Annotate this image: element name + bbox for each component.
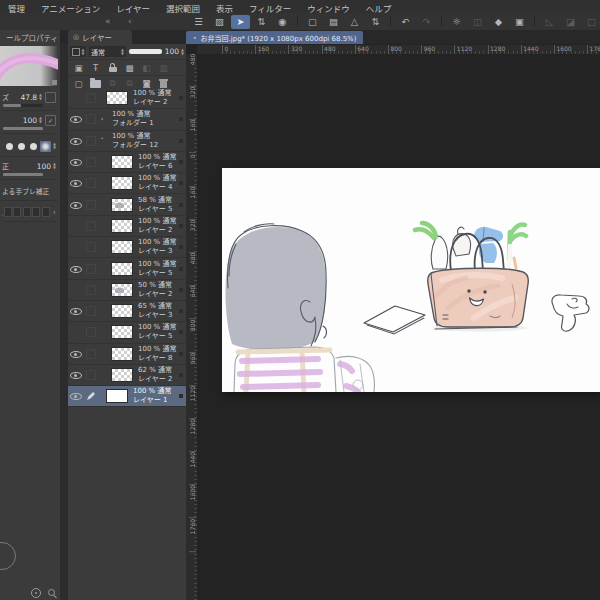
layer-thumbnail[interactable] [111,155,133,169]
layer-edit-cell[interactable] [83,306,98,316]
document-tab[interactable]: • お弁当回.jpg* (1920 x 1080px 600dpi 68.5%) [186,31,363,44]
layer-row[interactable]: ˇ 100 % 通常 フォルダー 12 [68,131,186,152]
speed-stabilization-label[interactable]: よる手ブレ補正 [0,180,58,201]
layer-row[interactable]: 100 % 通常 レイヤー 2 [68,216,186,237]
draft-layer-icon[interactable]: ◧ [138,61,155,74]
layer-row[interactable]: 65 % 通常 レイヤー 3 [68,301,186,322]
layer-thumbnail[interactable] [111,176,133,190]
layer-option-dot[interactable] [179,245,183,249]
layer-name[interactable]: レイヤー 5 [138,269,179,278]
layer-name[interactable]: フォルダー 12 [112,141,179,150]
layer-option-dot[interactable] [179,181,183,185]
expand-chevron-icon[interactable]: › [53,208,56,217]
layer-option-dot[interactable] [179,373,183,377]
layer-name[interactable]: フォルダー 1 [112,119,179,128]
snap-ruler-icon[interactable]: ◺ [540,15,559,29]
brush-size-slider[interactable] [3,104,43,107]
save-icon[interactable]: △ [345,15,364,29]
aa-stepper[interactable] [53,142,56,149]
layer-name[interactable]: レイヤー 1 [133,396,177,405]
layer-edit-cell[interactable] [83,391,98,401]
layer-visibility-toggle[interactable] [68,114,83,124]
layer-name[interactable]: レイヤー 3 [138,247,179,256]
layer-name[interactable]: レイヤー 6 [138,162,179,171]
layer-row[interactable]: 100 % 通常 レイヤー 5 [68,322,186,343]
layer-row[interactable]: 100 % 通常 レイヤー 4 [68,173,186,194]
collapse-panel-icon[interactable]: « [105,16,111,26]
layer-visibility-toggle[interactable] [68,264,83,274]
layer-visibility-toggle[interactable] [68,370,83,380]
in-out-chip[interactable] [32,207,40,217]
blend-mode-select[interactable]: 通常 [89,46,126,57]
layer-option-dot[interactable] [179,139,183,143]
layer-name[interactable]: レイヤー 2 [133,98,179,107]
tab-tool-property[interactable]: ールプロパティ [0,30,60,44]
layer-visibility-toggle[interactable] [68,391,83,401]
layer-name[interactable]: レイヤー 5 [138,332,179,341]
layer-row[interactable]: 100 % 通常 レイヤー 2 [68,88,186,109]
layer-thumbnail[interactable] [111,262,133,276]
layer-visibility-toggle[interactable] [68,178,83,188]
reference-layer-icon[interactable]: Ŧ [87,61,104,74]
layer-row[interactable]: 58 % 通常 レイヤー 5 [68,194,186,215]
layer-option-dot[interactable] [179,267,183,271]
layer-name[interactable]: レイヤー 5 [138,205,179,214]
snap-grid-icon[interactable]: □ [582,15,600,29]
layer-option-dot[interactable] [179,309,183,313]
layer-visibility-toggle[interactable] [68,306,83,316]
layer-edit-cell[interactable] [83,264,98,274]
layer-option-dot[interactable] [179,288,183,292]
layer-edit-cell[interactable] [83,93,98,103]
layer-search-chip[interactable] [70,46,86,57]
fill-icon[interactable]: ◆ [489,15,508,29]
brush-size-value[interactable]: 47.8 [20,93,37,102]
layer-edit-cell[interactable] [83,157,98,167]
layer-option-dot[interactable] [179,96,183,100]
preview-resize-handle[interactable] [52,80,57,85]
layer-visibility-toggle[interactable] [68,136,83,146]
layer-visibility-toggle[interactable] [68,242,83,252]
stabilization-slider[interactable] [3,173,43,176]
layer-edit-cell[interactable] [83,178,98,188]
layer-edit-cell[interactable] [83,200,98,210]
brush-size-dynamics-button[interactable] [45,92,56,103]
layer-row[interactable]: 100 % 通常 レイヤー 3 [68,237,186,258]
magnifier-icon[interactable] [47,588,57,598]
aa-weak-option[interactable] [16,141,27,152]
layer-row[interactable]: 100 % 通常 レイヤー 8 [68,344,186,365]
stabilization-value[interactable]: 100 [37,162,51,171]
opacity-dynamics-checkbox[interactable]: ✓ [45,115,56,126]
layer-visibility-toggle[interactable] [68,157,83,167]
layer-row[interactable]: 100 % 通常 レイヤー 5 [68,258,186,279]
layer-row[interactable]: 50 % 通常 レイヤー 2 [68,280,186,301]
layer-opacity-stepper[interactable] [181,48,184,55]
layer-thumbnail[interactable] [111,240,133,254]
layer-thumbnail[interactable] [106,91,128,105]
layer-visibility-toggle[interactable] [68,327,83,337]
layer-name[interactable]: レイヤー 8 [138,354,179,363]
layer-name[interactable]: レイヤー 4 [138,183,179,192]
layer-visibility-toggle[interactable] [68,221,83,231]
redo-icon[interactable]: ↷ [417,15,436,29]
layer-edit-cell[interactable] [83,242,98,252]
in-out-chip[interactable] [23,207,31,217]
layer-thumbnail[interactable] [111,347,133,361]
updown-icon[interactable]: ⇅ [366,15,385,29]
brightness-icon[interactable]: ☼ [447,15,466,29]
opacity-value[interactable]: 100 [23,116,37,125]
object-tool-icon[interactable]: ➤ [231,15,250,29]
open-file-icon[interactable]: ▤ [324,15,343,29]
folder-expander-icon[interactable]: ˇ [98,137,106,145]
layer-option-dot[interactable] [179,352,183,356]
layer-edit-cell[interactable] [83,327,98,337]
layer-thumbnail[interactable] [111,283,133,297]
layer-edit-cell[interactable] [83,114,98,124]
tab-layer[interactable]: ◎ レイヤー [68,30,132,44]
canvas[interactable] [222,168,600,392]
layer-edit-cell[interactable] [83,285,98,295]
layer-color-icon[interactable]: ▥ [155,61,172,74]
aa-strong-option-selected[interactable] [40,141,51,152]
opacity-slider[interactable] [3,127,43,130]
layer-visibility-toggle[interactable] [68,285,83,295]
color-circle-icon[interactable]: ◉ [273,15,292,29]
